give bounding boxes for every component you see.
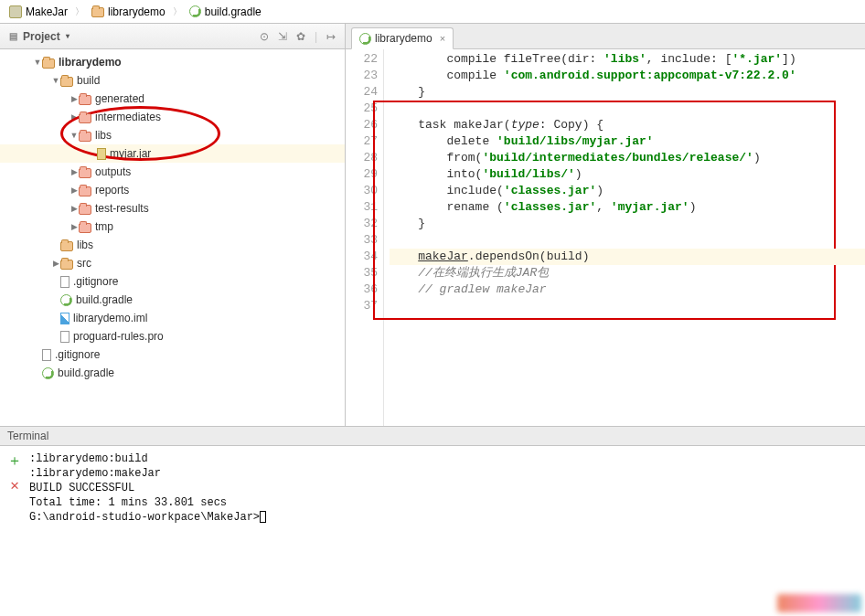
close-session-icon[interactable]: ✕ xyxy=(0,476,29,494)
tree-node[interactable]: ▶tmp xyxy=(0,218,345,236)
tree-node[interactable]: ▶outputs xyxy=(0,163,345,181)
code-area[interactable]: 22232425262728293031323334353637 compile… xyxy=(346,49,865,426)
tree-root[interactable]: ▼librarydemo xyxy=(0,53,345,71)
tree-file[interactable]: .gitignore xyxy=(0,345,345,364)
hide-icon[interactable]: ↦ xyxy=(326,30,336,43)
line-gutter: 22232425262728293031323334353637 xyxy=(346,49,384,426)
project-view-selector[interactable]: ▤ Project ▾ xyxy=(9,30,69,43)
tree-node[interactable]: ▶test-results xyxy=(0,199,345,218)
gradle-icon xyxy=(359,33,371,45)
tree-file[interactable]: build.gradle xyxy=(0,364,345,382)
editor-tab[interactable]: librarydemo × xyxy=(351,27,454,49)
editor: librarydemo × 22232425262728293031323334… xyxy=(346,24,865,426)
new-session-icon[interactable]: ＋ xyxy=(0,451,29,471)
watermark xyxy=(777,594,861,612)
tree-file-myjar[interactable]: myjar.jar xyxy=(0,144,345,163)
chevron-right-icon: 〉 xyxy=(171,5,184,18)
tree-file[interactable]: .gitignore xyxy=(0,272,345,291)
chevron-right-icon: 〉 xyxy=(73,5,86,18)
crumb-module[interactable]: librarydemo xyxy=(86,5,171,18)
terminal[interactable]: ＋ ✕ :librarydemo:build :librarydemo:make… xyxy=(0,446,865,616)
close-icon[interactable]: × xyxy=(440,33,445,44)
terminal-header[interactable]: Terminal xyxy=(0,426,865,446)
tree-node[interactable]: ▼build xyxy=(0,71,345,90)
terminal-controls: ＋ ✕ xyxy=(0,446,29,616)
project-tree[interactable]: ▼librarydemo ▼build ▶generated ▶intermed… xyxy=(0,49,345,426)
tree-node[interactable]: libs xyxy=(0,236,345,254)
tree-node[interactable]: ▼libs xyxy=(0,126,345,144)
tree-file[interactable]: build.gradle xyxy=(0,291,345,309)
terminal-output[interactable]: :librarydemo:build :librarydemo:makeJar … xyxy=(29,446,865,616)
tree-file[interactable]: proguard-rules.pro xyxy=(0,327,345,345)
tree-file[interactable]: librarydemo.iml xyxy=(0,309,345,327)
breadcrumb: MakeJar 〉 librarydemo 〉 build.gradle xyxy=(0,0,865,24)
code-lines[interactable]: compile fileTree(dir: 'libs', include: [… xyxy=(384,49,865,426)
crumb-project[interactable]: MakeJar xyxy=(4,5,73,18)
tree-node[interactable]: ▶generated xyxy=(0,90,345,108)
crumb-file[interactable]: build.gradle xyxy=(184,5,267,18)
editor-tabs: librarydemo × xyxy=(346,24,865,49)
tree-node[interactable]: ▶src xyxy=(0,254,345,272)
project-panel-header: ▤ Project ▾ ⊙ ⇲ ✿ | ↦ xyxy=(0,24,345,49)
collapse-icon[interactable]: ⇲ xyxy=(278,30,287,43)
editor-tab-label: librarydemo xyxy=(375,32,432,45)
terminal-cursor xyxy=(260,511,266,523)
tree-node[interactable]: ▶intermediates xyxy=(0,108,345,126)
project-panel: ▤ Project ▾ ⊙ ⇲ ✿ | ↦ ▼librarydemo ▼buil… xyxy=(0,24,346,426)
tree-node[interactable]: ▶reports xyxy=(0,181,345,199)
locate-icon[interactable]: ⊙ xyxy=(260,30,269,43)
settings-icon[interactable]: ✿ xyxy=(296,30,305,43)
